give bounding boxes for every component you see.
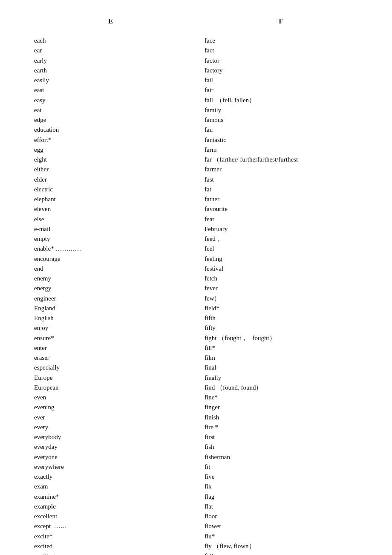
list-item: fly （flew, flown） <box>205 541 358 551</box>
list-item: eraser <box>34 353 187 363</box>
list-item: ever <box>34 413 187 422</box>
list-item: each <box>34 36 187 46</box>
page: E F eachearearlyeartheasilyeasteasyeated… <box>26 17 366 555</box>
list-item: fast <box>205 175 358 185</box>
list-item: fifth <box>205 313 358 323</box>
list-item: flower <box>205 521 358 531</box>
list-item: energy <box>34 283 187 293</box>
list-item: empty <box>34 234 187 244</box>
list-item: excite* <box>34 532 187 541</box>
list-item: earth <box>34 66 187 75</box>
list-item: every <box>34 422 187 432</box>
list-item: examine* <box>34 492 187 502</box>
list-item: famous <box>205 115 358 125</box>
list-item: example <box>34 502 187 512</box>
list-item: fifty <box>205 323 358 333</box>
list-item: exam <box>34 482 187 491</box>
list-item: fantastic <box>205 135 358 145</box>
list-item: fever <box>205 283 358 293</box>
list-item: even <box>34 393 187 402</box>
list-item: fight （fought， fought） <box>205 333 358 343</box>
list-item: field* <box>205 304 358 313</box>
list-item: floor <box>205 512 358 521</box>
list-item: flu* <box>205 532 358 541</box>
left-column: eachearearlyeartheasilyeasteasyeatedgeed… <box>26 36 196 555</box>
word-columns: eachearearlyeartheasilyeasteasyeatedgeed… <box>26 36 366 555</box>
list-item: end <box>34 264 187 274</box>
list-item: fact <box>205 46 358 55</box>
list-item: family <box>205 105 358 115</box>
list-item: finger <box>205 402 358 412</box>
list-item: easily <box>34 75 187 85</box>
list-item: feeling <box>205 254 358 264</box>
list-item: elder <box>34 175 187 185</box>
list-item: finally <box>205 373 358 383</box>
left-header: E <box>26 17 196 26</box>
list-item: fan <box>205 125 358 135</box>
list-item: egg <box>34 145 187 155</box>
list-item: flag <box>205 492 358 502</box>
list-item: east <box>34 85 187 95</box>
list-item: factor <box>205 56 358 66</box>
list-item: fear <box>205 214 358 224</box>
list-item: evening <box>34 402 187 412</box>
list-item: follow <box>205 551 358 555</box>
list-item: finish <box>205 413 358 422</box>
list-item: education <box>34 125 187 135</box>
list-item: fall （fell, fallen） <box>205 95 358 105</box>
list-item: fill* <box>205 343 358 353</box>
list-item: face <box>205 36 358 46</box>
list-item: fat <box>205 185 358 194</box>
list-item: either <box>34 165 187 174</box>
list-item: early <box>34 56 187 66</box>
list-item: everywhere <box>34 462 187 472</box>
list-item: European <box>34 383 187 393</box>
right-column: facefactfactorfactoryfailfairfall （fell,… <box>196 36 366 555</box>
list-item: farmer <box>205 165 358 174</box>
list-item: favourite <box>205 204 358 214</box>
list-item: effort* <box>34 135 187 145</box>
list-item: eleven <box>34 204 187 214</box>
list-item: easy <box>34 95 187 105</box>
list-item: ear <box>34 46 187 55</box>
list-item: fire * <box>205 422 358 432</box>
list-item: father <box>205 194 358 204</box>
list-item: Europe <box>34 373 187 383</box>
list-item: fisherman <box>205 452 358 462</box>
list-item: electric <box>34 185 187 194</box>
list-item: fail <box>205 75 358 85</box>
list-item: February <box>205 224 358 234</box>
list-item: fine* <box>205 393 358 402</box>
list-item: enemy <box>34 274 187 283</box>
list-item: five <box>205 472 358 482</box>
list-item: e-mail <box>34 224 187 234</box>
list-item: ensure* <box>34 333 187 343</box>
list-item: excited <box>34 541 187 551</box>
list-item: elephant <box>34 194 187 204</box>
list-item: English <box>34 313 187 323</box>
list-item: edge <box>34 115 187 125</box>
list-item: film <box>205 353 358 363</box>
list-item: find （found, found） <box>205 383 358 393</box>
list-item: except …… <box>34 521 187 531</box>
list-item: exciting <box>34 551 187 555</box>
list-item: feed， <box>205 234 358 244</box>
list-item: England <box>34 304 187 313</box>
column-headers: E F <box>26 17 366 26</box>
list-item: few） <box>205 294 358 304</box>
list-item: eight <box>34 155 187 165</box>
list-item: flat <box>205 502 358 512</box>
list-item: everybody <box>34 432 187 442</box>
list-item: fish <box>205 442 358 452</box>
list-item: eat <box>34 105 187 115</box>
list-item: final <box>205 363 358 373</box>
list-item: far （farther/ furtherfarthest/furthest <box>205 155 358 165</box>
list-item: farm <box>205 145 358 155</box>
list-item: first <box>205 432 358 442</box>
list-item: fit <box>205 462 358 472</box>
right-header: F <box>196 17 366 26</box>
list-item: factory <box>205 66 358 75</box>
list-item: encourage <box>34 254 187 264</box>
list-item: everyday <box>34 442 187 452</box>
list-item: enter <box>34 343 187 353</box>
